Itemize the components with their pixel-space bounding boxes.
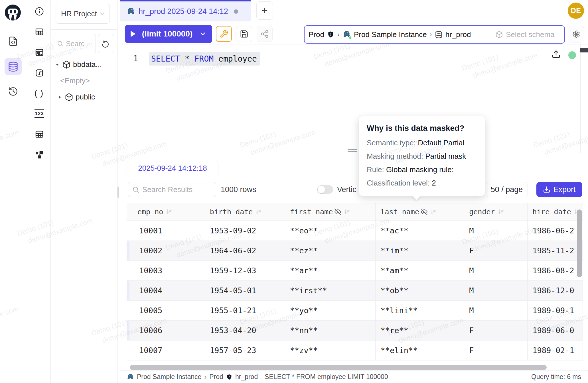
- share-button[interactable]: [257, 26, 273, 42]
- cell[interactable]: F: [464, 241, 527, 260]
- table-row[interactable]: 100031959-12-03**ar****am**M1986-08-2: [127, 261, 583, 281]
- column-header-emp-no[interactable]: emp_no: [127, 203, 205, 221]
- cell[interactable]: F: [464, 341, 527, 360]
- cell[interactable]: 1953-04-20: [205, 321, 285, 340]
- sequences-icon[interactable]: 123: [34, 109, 44, 119]
- ai-assistant-button[interactable]: [569, 26, 584, 42]
- cell[interactable]: 10001: [129, 221, 205, 241]
- column-header-birth-date[interactable]: birth_date: [205, 203, 285, 221]
- cell[interactable]: M: [464, 221, 527, 241]
- table-row[interactable]: 100011953-09-02**eo****ac**M1986-06-2: [127, 221, 583, 241]
- tree-item-schema-public[interactable]: public: [51, 89, 117, 105]
- sort-icon[interactable]: [255, 209, 262, 215]
- column-header-first-name[interactable]: first_name: [285, 203, 376, 221]
- page-size-select[interactable]: 50 / page: [486, 182, 528, 197]
- cell[interactable]: F: [464, 321, 527, 340]
- cell[interactable]: 10006: [129, 321, 205, 340]
- column-header-last-name[interactable]: last_name: [375, 203, 464, 221]
- bytebase-logo-icon[interactable]: [4, 4, 21, 21]
- cell[interactable]: 1954-05-01: [205, 281, 285, 300]
- procedures-icon[interactable]: ( ): [34, 88, 44, 98]
- cell[interactable]: **im**: [375, 241, 464, 260]
- tab-worksheet-active[interactable]: hr_prod 2025-09-24 14:12: [120, 0, 251, 21]
- sort-icon[interactable]: [430, 209, 437, 215]
- sort-icon[interactable]: [344, 209, 350, 215]
- column-header-hire-date[interactable]: hire_date: [527, 203, 583, 221]
- table-row[interactable]: 100061953-04-20**nn****re**F1989-06-0: [127, 321, 583, 341]
- cell[interactable]: 1989-06-0: [527, 321, 583, 340]
- explorer-search-input[interactable]: [66, 40, 92, 48]
- sidebar-item-history[interactable]: [5, 83, 22, 100]
- result-tab[interactable]: 2025-09-24 14:12:18: [127, 161, 218, 175]
- cell[interactable]: M: [464, 301, 527, 320]
- editor-scrollbar-thumb[interactable]: [580, 48, 588, 52]
- cell[interactable]: **elin**: [375, 341, 464, 360]
- schema-select[interactable]: Select schema: [491, 26, 564, 43]
- cell[interactable]: 1989-09-1: [527, 301, 583, 320]
- cell[interactable]: 10002: [129, 241, 205, 260]
- export-button[interactable]: Export: [536, 182, 582, 197]
- save-button[interactable]: [236, 26, 252, 42]
- refresh-button[interactable]: [98, 34, 114, 53]
- cell[interactable]: **ac**: [375, 221, 464, 241]
- cell[interactable]: **lini**: [375, 301, 464, 320]
- panel-resize-handle[interactable]: [117, 187, 119, 198]
- cell[interactable]: 1986-12-0: [527, 281, 583, 300]
- caret-right-icon[interactable]: [57, 94, 63, 100]
- functions-icon[interactable]: f: [34, 68, 44, 78]
- cell[interactable]: **ob**: [375, 281, 464, 300]
- cell[interactable]: 1959-12-03: [205, 261, 285, 280]
- sort-icon[interactable]: [498, 209, 504, 215]
- cell[interactable]: 1986-08-2: [527, 261, 583, 280]
- cell[interactable]: 10003: [129, 261, 205, 280]
- table-horizontal-scrollbar[interactable]: [130, 365, 547, 370]
- cell[interactable]: **nn**: [285, 321, 376, 340]
- sql-editor[interactable]: 1 SELECT * FROM employee: [120, 44, 588, 153]
- masked-eye-off-icon[interactable]: [421, 209, 427, 215]
- new-tab-button[interactable]: +: [256, 1, 273, 20]
- dependencies-icon[interactable]: [34, 149, 44, 160]
- table-row[interactable]: 100051955-01-21**yo****lini**M1989-09-1: [127, 301, 583, 321]
- cell[interactable]: **ez**: [285, 241, 376, 260]
- results-search-input[interactable]: [142, 185, 212, 194]
- cell[interactable]: 10007: [129, 341, 205, 360]
- run-query-button[interactable]: (limit 100000): [125, 25, 212, 43]
- external-tables-icon[interactable]: [34, 129, 44, 139]
- results-search[interactable]: [128, 182, 216, 197]
- results-resize-handle[interactable]: [348, 149, 357, 153]
- project-select[interactable]: HR Project: [56, 4, 110, 24]
- cell[interactable]: 1964-06-02: [205, 241, 285, 260]
- cell[interactable]: 1953-09-02: [205, 221, 285, 241]
- user-avatar[interactable]: DE: [568, 3, 584, 19]
- cell[interactable]: **am**: [375, 261, 464, 280]
- format-sql-button[interactable]: [216, 26, 232, 42]
- cell[interactable]: M: [464, 281, 527, 300]
- editor-scrollbar[interactable]: [580, 44, 588, 153]
- table-row[interactable]: 100071957-05-23**zv****elin**F1989-02-1: [127, 341, 583, 360]
- sort-icon[interactable]: [166, 209, 172, 215]
- tables-icon[interactable]: [34, 27, 44, 37]
- cell[interactable]: **zv**: [285, 341, 376, 360]
- masked-eye-off-icon[interactable]: [334, 209, 341, 215]
- vertical-mode-toggle[interactable]: [317, 185, 333, 194]
- column-header-gender[interactable]: gender: [464, 203, 527, 221]
- table-row[interactable]: 100041954-05-01**irst****ob**M1986-12-0: [127, 281, 583, 301]
- sql-line[interactable]: SELECT * FROM employee: [149, 52, 260, 66]
- cell[interactable]: M: [464, 261, 527, 280]
- cell[interactable]: 10004: [129, 281, 205, 300]
- breadcrumb[interactable]: Prod ›: [305, 26, 491, 43]
- cell[interactable]: **eo**: [285, 221, 376, 241]
- cell[interactable]: 1957-05-23: [205, 341, 285, 360]
- cell[interactable]: **re**: [375, 321, 464, 340]
- cell[interactable]: 10005: [129, 301, 205, 320]
- cell[interactable]: **yo**: [285, 301, 376, 320]
- sidebar-item-databases[interactable]: [5, 58, 22, 75]
- schema-diagram-icon[interactable]: [34, 47, 44, 58]
- cell[interactable]: **ar**: [285, 261, 376, 280]
- sidebar-item-worksheets[interactable]: [5, 33, 22, 50]
- table-row[interactable]: 100021964-06-02**ez****im**F1985-11-2: [127, 241, 583, 261]
- explorer-search[interactable]: [54, 34, 96, 53]
- cell[interactable]: 1986-06-2: [527, 221, 583, 241]
- cell[interactable]: 1989-02-1: [527, 341, 583, 360]
- table-vertical-scrollbar[interactable]: [577, 209, 582, 277]
